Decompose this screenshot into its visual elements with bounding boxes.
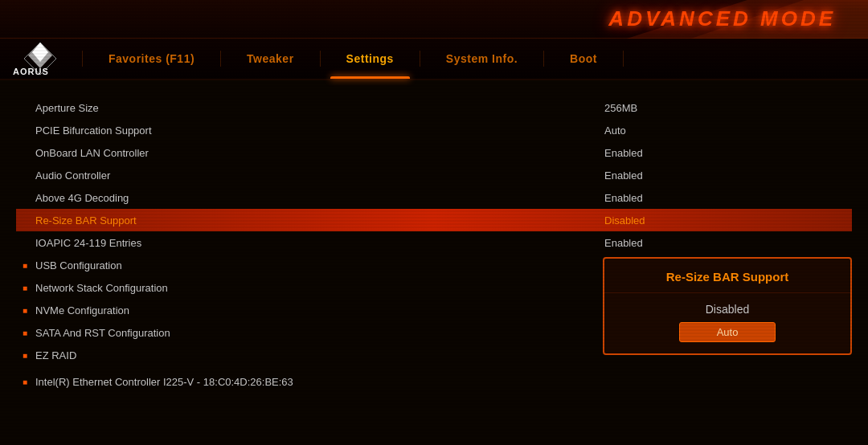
logo: AORUS xyxy=(0,41,80,76)
bullet-8: ■ xyxy=(23,284,31,292)
row-above-4g[interactable]: Above 4G Decoding Enabled xyxy=(16,186,852,209)
row-onboard-lan[interactable]: OnBoard LAN Controller Enabled xyxy=(16,141,852,164)
svg-text:AORUS: AORUS xyxy=(13,67,49,76)
separator xyxy=(16,368,852,369)
page-title: ADVANCED MODE xyxy=(608,6,836,31)
row-aperture-size[interactable]: Aperture Size 256MB xyxy=(16,96,852,119)
bullet-9: ■ xyxy=(23,306,31,315)
row-audio-controller[interactable]: Audio Controller Enabled xyxy=(16,164,852,186)
tab-system-info[interactable]: System Info. xyxy=(422,39,542,79)
row-ioapic[interactable]: IOAPIC 24-119 Entries Enabled xyxy=(16,231,852,254)
bullet-7: ■ xyxy=(23,261,31,270)
nav-divider-1 xyxy=(220,51,221,67)
nav-divider-3 xyxy=(420,51,420,67)
bullet-11: ■ xyxy=(23,351,31,360)
tab-boot[interactable]: Boot xyxy=(546,39,621,79)
tooltip-title: Re-Size BAR Support xyxy=(666,270,789,284)
header: ADVANCED MODE xyxy=(0,0,868,39)
nav-tabs: Favorites (F11) Tweaker Settings System … xyxy=(80,39,868,79)
tooltip-header: Re-Size BAR Support xyxy=(604,259,850,293)
navbar: AORUS Favorites (F11) Tweaker Settings S… xyxy=(0,39,868,80)
tooltip-popup: Re-Size BAR Support Disabled Auto xyxy=(603,257,852,355)
tooltip-option-auto[interactable]: Auto xyxy=(679,322,776,342)
bullet-12: ■ xyxy=(23,378,31,386)
nav-divider-5 xyxy=(623,51,624,67)
nav-divider-0 xyxy=(82,51,83,67)
bullet-10: ■ xyxy=(23,329,31,337)
tooltip-current-value: Disabled xyxy=(617,303,837,316)
tab-tweaker[interactable]: Tweaker xyxy=(223,39,318,79)
tab-favorites[interactable]: Favorites (F11) xyxy=(84,39,219,79)
row-resize-bar[interactable]: Re-Size BAR Support Disabled xyxy=(16,209,852,231)
nav-divider-2 xyxy=(320,51,321,67)
tooltip-body: Disabled Auto xyxy=(604,293,850,353)
tab-settings[interactable]: Settings xyxy=(322,39,418,79)
nav-divider-4 xyxy=(543,51,544,67)
row-pcie-bifurcation[interactable]: PCIE Bifurcation Support Auto xyxy=(16,119,852,141)
row-intel-eth[interactable]: ■ Intel(R) Ethernet Controller I225-V - … xyxy=(16,370,852,393)
